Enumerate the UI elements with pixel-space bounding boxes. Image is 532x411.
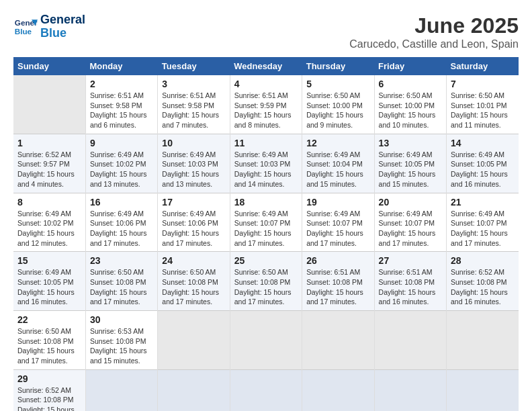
day-number: 28 — [451, 255, 515, 266]
day-number: 5 — [306, 79, 369, 89]
day-number: 25 — [234, 255, 298, 266]
week-row-4: 15Sunrise: 6:49 AMSunset: 10:05 PMDaylig… — [13, 252, 519, 311]
day-number: 12 — [306, 138, 369, 148]
day-number: 24 — [162, 255, 225, 266]
location-title: Carucedo, Castille and Leon, Spain — [349, 38, 519, 50]
header-row: SundayMondayTuesdayWednesdayThursdayFrid… — [13, 57, 519, 75]
calendar-cell — [13, 75, 85, 134]
calendar-cell: 14Sunrise: 6:49 AMSunset: 10:05 PMDaylig… — [447, 134, 519, 193]
day-info: Sunrise: 6:49 AMSunset: 10:02 PMDaylight… — [17, 209, 81, 248]
day-number: 6 — [379, 79, 442, 89]
day-info: Sunrise: 6:49 AMSunset: 10:05 PMDaylight… — [379, 150, 442, 189]
day-number: 21 — [451, 197, 515, 208]
day-info: Sunrise: 6:53 AMSunset: 10:08 PMDaylight… — [90, 326, 153, 366]
calendar-cell — [158, 311, 230, 370]
calendar-cell: 15Sunrise: 6:49 AMSunset: 10:05 PMDaylig… — [13, 252, 85, 311]
day-number: 14 — [451, 138, 515, 148]
calendar-cell — [374, 369, 446, 411]
calendar-cell: 26Sunrise: 6:51 AMSunset: 10:08 PMDaylig… — [302, 252, 374, 311]
calendar-cell: 20Sunrise: 6:49 AMSunset: 10:07 PMDaylig… — [374, 193, 446, 252]
day-info: Sunrise: 6:49 AMSunset: 10:06 PMDaylight… — [90, 209, 153, 248]
week-row-3: 8Sunrise: 6:49 AMSunset: 10:02 PMDayligh… — [13, 193, 519, 252]
calendar-cell: 23Sunrise: 6:50 AMSunset: 10:08 PMDaylig… — [85, 252, 157, 311]
page-header: General Blue General Blue June 2025 Caru… — [13, 13, 519, 50]
logo-icon: General Blue — [13, 15, 38, 39]
header-cell-saturday: Saturday — [447, 57, 519, 75]
day-number: 1 — [17, 138, 81, 148]
calendar-cell: 21Sunrise: 6:49 AMSunset: 10:07 PMDaylig… — [447, 193, 519, 252]
day-info: Sunrise: 6:49 AMSunset: 10:03 PMDaylight… — [234, 150, 298, 189]
header-cell-monday: Monday — [85, 57, 157, 75]
calendar-cell: 19Sunrise: 6:49 AMSunset: 10:07 PMDaylig… — [302, 193, 374, 252]
day-number: 16 — [90, 197, 153, 208]
day-info: Sunrise: 6:51 AMSunset: 10:08 PMDaylight… — [306, 267, 369, 307]
day-number: 4 — [234, 79, 298, 89]
day-info: Sunrise: 6:50 AMSunset: 10:00 PMDaylight… — [306, 91, 369, 130]
header-cell-tuesday: Tuesday — [158, 57, 230, 75]
calendar-cell: 9Sunrise: 6:49 AMSunset: 10:02 PMDayligh… — [85, 134, 157, 193]
calendar-cell: 7Sunrise: 6:50 AMSunset: 10:01 PMDayligh… — [447, 75, 519, 134]
day-number: 2 — [90, 79, 153, 89]
day-info: Sunrise: 6:52 AMSunset: 10:08 PMDaylight… — [17, 385, 81, 411]
calendar-cell — [302, 311, 374, 370]
header-cell-sunday: Sunday — [13, 57, 85, 75]
day-number: 8 — [17, 197, 81, 208]
day-info: Sunrise: 6:49 AMSunset: 10:07 PMDaylight… — [451, 209, 515, 248]
calendar-cell: 10Sunrise: 6:49 AMSunset: 10:03 PMDaylig… — [158, 134, 230, 193]
calendar-cell: 12Sunrise: 6:49 AMSunset: 10:04 PMDaylig… — [302, 134, 374, 193]
day-number: 20 — [379, 197, 442, 208]
calendar-cell: 29Sunrise: 6:52 AMSunset: 10:08 PMDaylig… — [13, 369, 85, 411]
day-number: 10 — [162, 138, 225, 148]
day-number: 9 — [90, 138, 153, 148]
calendar-cell: 16Sunrise: 6:49 AMSunset: 10:06 PMDaylig… — [85, 193, 157, 252]
calendar-cell: 8Sunrise: 6:49 AMSunset: 10:02 PMDayligh… — [13, 193, 85, 252]
day-info: Sunrise: 6:50 AMSunset: 10:08 PMDaylight… — [90, 267, 153, 307]
calendar-cell: 3Sunrise: 6:51 AMSunset: 9:58 PMDaylight… — [158, 75, 230, 134]
day-number: 3 — [162, 79, 225, 89]
calendar-cell: 27Sunrise: 6:51 AMSunset: 10:08 PMDaylig… — [374, 252, 446, 311]
day-info: Sunrise: 6:49 AMSunset: 10:04 PMDaylight… — [306, 150, 369, 189]
day-info: Sunrise: 6:50 AMSunset: 10:08 PMDaylight… — [234, 267, 298, 307]
day-number: 22 — [17, 314, 81, 325]
week-row-5: 22Sunrise: 6:50 AMSunset: 10:08 PMDaylig… — [13, 311, 519, 370]
calendar-cell — [230, 311, 302, 370]
day-info: Sunrise: 6:49 AMSunset: 10:03 PMDaylight… — [162, 150, 225, 189]
day-info: Sunrise: 6:50 AMSunset: 10:00 PMDaylight… — [379, 91, 442, 130]
calendar-table: SundayMondayTuesdayWednesdayThursdayFrid… — [13, 57, 519, 411]
day-number: 30 — [90, 314, 153, 325]
day-number: 7 — [451, 79, 515, 89]
title-area: June 2025 Carucedo, Castille and Leon, S… — [349, 13, 519, 50]
header-cell-thursday: Thursday — [302, 57, 374, 75]
week-row-1: 2Sunrise: 6:51 AMSunset: 9:58 PMDaylight… — [13, 75, 519, 134]
logo-text: General Blue — [40, 13, 85, 40]
day-number: 27 — [379, 255, 442, 266]
svg-text:Blue: Blue — [15, 27, 32, 36]
day-number: 13 — [379, 138, 442, 148]
week-row-2: 1Sunrise: 6:52 AMSunset: 9:57 PMDaylight… — [13, 134, 519, 193]
calendar-cell: 17Sunrise: 6:49 AMSunset: 10:06 PMDaylig… — [158, 193, 230, 252]
calendar-cell — [302, 369, 374, 411]
calendar-cell: 4Sunrise: 6:51 AMSunset: 9:59 PMDaylight… — [230, 75, 302, 134]
calendar-cell: 24Sunrise: 6:50 AMSunset: 10:08 PMDaylig… — [158, 252, 230, 311]
calendar-cell: 25Sunrise: 6:50 AMSunset: 10:08 PMDaylig… — [230, 252, 302, 311]
day-number: 11 — [234, 138, 298, 148]
day-info: Sunrise: 6:50 AMSunset: 10:08 PMDaylight… — [162, 267, 225, 307]
calendar-cell: 18Sunrise: 6:49 AMSunset: 10:07 PMDaylig… — [230, 193, 302, 252]
day-number: 17 — [162, 197, 225, 208]
day-info: Sunrise: 6:51 AMSunset: 9:58 PMDaylight:… — [162, 91, 225, 130]
calendar-cell: 11Sunrise: 6:49 AMSunset: 10:03 PMDaylig… — [230, 134, 302, 193]
calendar-cell: 1Sunrise: 6:52 AMSunset: 9:57 PMDaylight… — [13, 134, 85, 193]
day-info: Sunrise: 6:49 AMSunset: 10:06 PMDaylight… — [162, 209, 225, 248]
calendar-cell: 28Sunrise: 6:52 AMSunset: 10:08 PMDaylig… — [447, 252, 519, 311]
day-number: 19 — [306, 197, 369, 208]
day-info: Sunrise: 6:51 AMSunset: 10:08 PMDaylight… — [379, 267, 442, 307]
calendar-cell: 13Sunrise: 6:49 AMSunset: 10:05 PMDaylig… — [374, 134, 446, 193]
day-number: 15 — [17, 255, 81, 266]
day-info: Sunrise: 6:49 AMSunset: 10:07 PMDaylight… — [306, 209, 369, 248]
calendar-cell: 2Sunrise: 6:51 AMSunset: 9:58 PMDaylight… — [85, 75, 157, 134]
day-info: Sunrise: 6:51 AMSunset: 9:58 PMDaylight:… — [90, 91, 153, 130]
day-info: Sunrise: 6:50 AMSunset: 10:01 PMDaylight… — [451, 91, 515, 130]
day-info: Sunrise: 6:52 AMSunset: 9:57 PMDaylight:… — [17, 150, 81, 189]
header-cell-friday: Friday — [374, 57, 446, 75]
month-title: June 2025 — [349, 13, 519, 38]
